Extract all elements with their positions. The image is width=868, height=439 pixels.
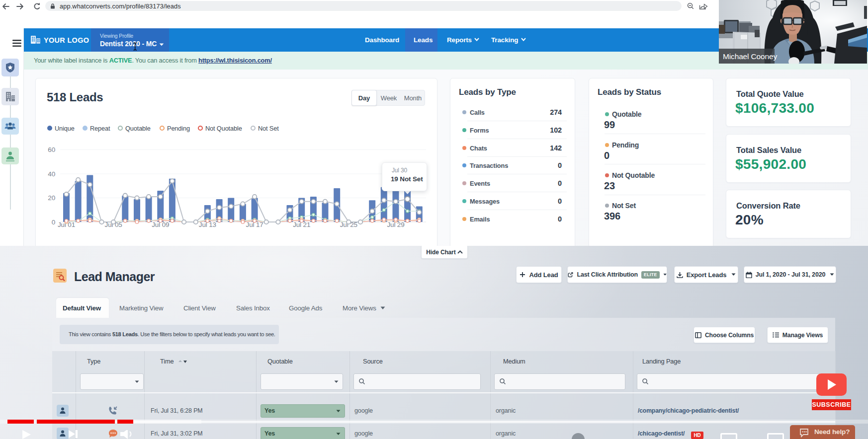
svg-text:60: 60 [48,146,55,153]
svg-text:20: 20 [48,194,55,202]
svg-text:Michael Cooney: Michael Cooney [723,52,777,61]
svg-text:40: 40 [48,170,55,178]
svg-text:0: 0 [52,219,55,226]
